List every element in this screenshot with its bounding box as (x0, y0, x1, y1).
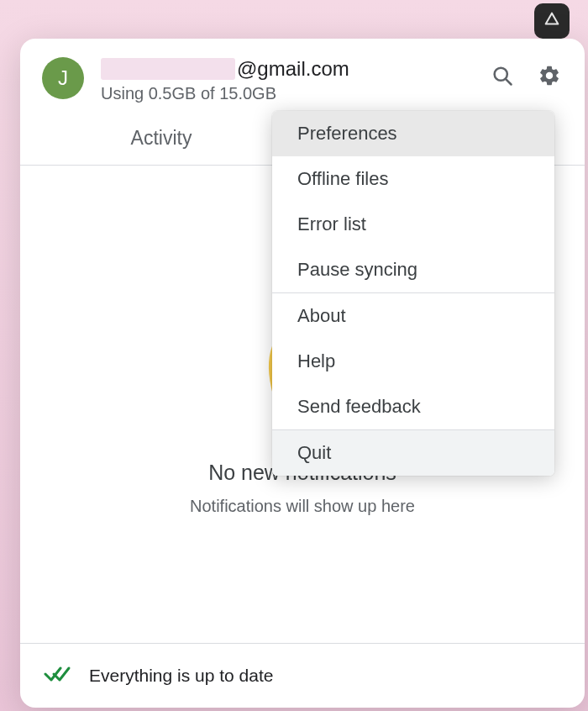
avatar-initial: J (58, 66, 68, 90)
email-line: @gmail.com (101, 57, 489, 81)
svg-line-1 (506, 79, 511, 84)
menu-send-feedback[interactable]: Send feedback (272, 384, 554, 429)
settings-button[interactable] (536, 64, 563, 91)
menu-error-list[interactable]: Error list (272, 202, 554, 247)
menu-quit[interactable]: Quit (272, 430, 554, 476)
status-footer: Everything is up to date (20, 643, 585, 708)
search-icon (491, 64, 514, 91)
header: J @gmail.com Using 0.5GB of 15.0GB (20, 39, 585, 112)
menu-help[interactable]: Help (272, 339, 554, 384)
tray-drive-button[interactable] (534, 3, 570, 39)
settings-menu: Preferences Offline files Error list Pau… (272, 111, 554, 476)
drive-icon (543, 10, 561, 32)
empty-state-subtitle: Notifications will show up here (190, 497, 415, 516)
search-button[interactable] (489, 64, 516, 91)
gear-icon (538, 64, 561, 91)
avatar[interactable]: J (42, 57, 84, 99)
menu-pause-syncing[interactable]: Pause syncing (272, 247, 554, 292)
storage-text: Using 0.5GB of 15.0GB (101, 84, 489, 103)
menu-preferences[interactable]: Preferences (272, 111, 554, 156)
tab-activity[interactable]: Activity (20, 127, 302, 165)
email-redacted (101, 58, 235, 80)
email-suffix: @gmail.com (237, 57, 349, 81)
menu-offline-files[interactable]: Offline files (272, 156, 554, 202)
double-check-icon (44, 664, 72, 687)
status-text: Everything is up to date (89, 666, 273, 686)
account-info: @gmail.com Using 0.5GB of 15.0GB (101, 57, 489, 103)
header-actions (489, 64, 563, 91)
menu-about[interactable]: About (272, 293, 554, 339)
